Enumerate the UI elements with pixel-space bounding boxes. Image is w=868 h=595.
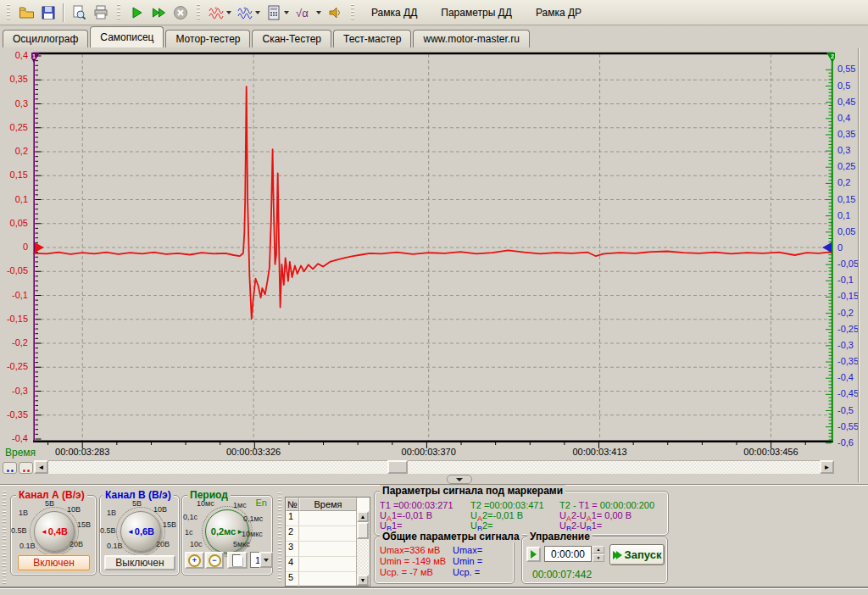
channel-b-knob[interactable]: ◄ 0,6В — [120, 511, 161, 552]
sound-button[interactable] — [324, 3, 346, 23]
period-value: 0,2мс — [211, 526, 236, 537]
timer-input[interactable]: 0:00:00 — [544, 546, 592, 562]
left-axis-label: -0,25 — [7, 361, 28, 371]
open-folder-icon — [19, 5, 35, 20]
control-play-button[interactable] — [526, 547, 541, 562]
toolbar-grip[interactable] — [117, 4, 120, 21]
umin-a: Umin = -149 мВ — [380, 556, 446, 566]
new-page-button[interactable] — [227, 552, 248, 569]
table-scrollbar[interactable]: ▲ ▼ — [356, 511, 370, 586]
signal-b-menu-button[interactable]: + — [234, 3, 263, 23]
knob-scale-label: 10с — [190, 540, 203, 548]
stop-button[interactable] — [170, 3, 192, 23]
table-scroll-down-button[interactable]: ▼ — [357, 575, 369, 586]
play-button[interactable] — [125, 3, 147, 23]
fast-forward-button[interactable] — [147, 3, 170, 23]
knob-scale-label: 0.1В — [107, 542, 123, 550]
toolbar-grip[interactable] — [197, 4, 200, 21]
menu-ramka-dd[interactable]: Рамка ДД — [359, 7, 429, 19]
right-axis-label: 0,55 — [837, 64, 855, 74]
left-axis-label: 0,3 — [15, 98, 28, 108]
marker-blue-dots-button[interactable] — [3, 462, 17, 474]
spin-down-button[interactable]: ▼ — [593, 554, 604, 562]
table-cell-num: 1 — [286, 511, 299, 525]
left-axis-label: 0,2 — [15, 146, 28, 156]
toolbar: + + √α Рамка ДД Параметры ДД Рамка ДР — [0, 0, 868, 25]
scroll-left-button[interactable]: ◄ — [34, 460, 48, 474]
print-icon — [93, 5, 108, 20]
play-icon — [129, 5, 144, 20]
right-axis-label: 0,4 — [837, 113, 850, 123]
panel-grip[interactable] — [278, 492, 281, 584]
zoom-ratio-dropdown-button[interactable] — [259, 552, 273, 568]
table-scroll-up-button[interactable]: ▲ — [357, 511, 369, 522]
table-cell-num: 2 — [286, 526, 299, 541]
open-button[interactable] — [15, 3, 37, 23]
tab-oscillograph[interactable]: Осциллограф — [3, 30, 88, 47]
channel-a-knob[interactable]: ◄ 0,4В — [34, 511, 75, 552]
print-preview-button[interactable] — [68, 3, 90, 23]
dropdown-arrow-icon — [255, 11, 260, 17]
zoom-out-button[interactable]: − — [205, 552, 224, 569]
panel-grip[interactable] — [3, 491, 6, 584]
play-icon — [531, 550, 537, 559]
zoom-in-icon: + — [188, 554, 201, 567]
knob-scale-label: 1с — [185, 528, 193, 537]
signal-a-menu-button[interactable]: + — [205, 3, 234, 23]
marker-param-value: T2 - T1 = 00:00:00:200 — [559, 500, 654, 510]
table-cell-num: 3 — [286, 542, 299, 556]
right-axis-label: 0,3 — [837, 145, 850, 155]
channel-b-state-button[interactable]: Выключен — [104, 555, 175, 570]
table-header-time: Время — [299, 498, 357, 511]
tab-recorder[interactable]: Самописец — [90, 26, 164, 47]
start-button[interactable]: Запуск — [609, 544, 665, 565]
channel-a-state-button[interactable]: Включен — [18, 555, 90, 570]
menu-params-dd[interactable]: Параметры ДД — [429, 7, 524, 19]
scroll-right-button[interactable]: ► — [820, 460, 834, 474]
table-cell-num: 4 — [286, 557, 299, 571]
right-axis-label: 0,35 — [837, 129, 855, 139]
knob-scale-label: 20В — [70, 540, 83, 548]
scrollbar-track[interactable] — [48, 460, 820, 474]
channel-a-value: 0,4В — [48, 526, 68, 537]
marker-1-label: 1 — [32, 53, 36, 59]
channel-a-group: Канал А (В/э) ◄ 0,4В 5В10В15В20В0.1В0.5В… — [10, 495, 97, 576]
umax-b: Umax= — [453, 545, 482, 555]
umax-a: Umax=336 мВ — [380, 545, 440, 555]
tab-scan-tester[interactable]: Скан-Тестер — [252, 30, 331, 47]
left-axis-label: -0,35 — [7, 409, 28, 420]
collapse-panel-button[interactable] — [447, 475, 472, 484]
menu-ramka-dr[interactable]: Рамка ДР — [524, 7, 593, 19]
toolbar-grip[interactable] — [7, 4, 10, 21]
scrollbar-thumb[interactable] — [387, 460, 408, 474]
spin-up-button[interactable]: ▲ — [593, 546, 604, 553]
table-scroll-thumb[interactable] — [357, 522, 369, 539]
app-window: + + √α Рамка ДД Параметры ДД Рамка ДР Ос… — [0, 0, 868, 595]
tab-test-master[interactable]: Тест-мастер — [333, 30, 411, 47]
save-button[interactable] — [37, 3, 59, 23]
knob-scale-label: 1В — [19, 509, 28, 517]
signal-params-title: Общие параметры сигнала — [380, 531, 522, 542]
marker-params-group: Параметры сигнала под маркерами T1 =00:0… — [374, 491, 669, 536]
toolbar-grip[interactable] — [351, 4, 354, 21]
toolbar-separator — [63, 3, 64, 22]
table-cell-num: 5 — [286, 572, 299, 587]
blue-signal-icon: + — [237, 5, 253, 20]
bottom-panel: Канал А (В/э) ◄ 0,4В 5В10В15В20В0.1В0.5В… — [0, 485, 868, 589]
control-group: Управление 0:00:00 ▲ ▼ Запуск 00:00:07:4… — [521, 537, 668, 584]
time-tick-label: 00:00:03:283 — [55, 447, 109, 457]
formula-menu-button[interactable]: √α — [292, 3, 324, 23]
chevron-down-icon — [456, 478, 463, 485]
right-axis-label: -0,35 — [837, 356, 859, 366]
right-axis-label: -0,3 — [837, 340, 854, 350]
window-edge-highlight — [859, 48, 860, 482]
print-button[interactable] — [90, 3, 112, 23]
left-axis-label: 0,25 — [10, 122, 28, 132]
zoom-in-button[interactable]: + — [185, 552, 204, 569]
marker-red-dots-button[interactable] — [19, 462, 33, 474]
tab-motor-tester[interactable]: Мотор-тестер — [165, 30, 250, 47]
tab-website[interactable]: www.motor-master.ru — [413, 30, 529, 47]
left-axis-label: 0 — [23, 242, 28, 252]
double-play-icon — [613, 551, 622, 559]
calculator-menu-button[interactable] — [263, 3, 292, 23]
